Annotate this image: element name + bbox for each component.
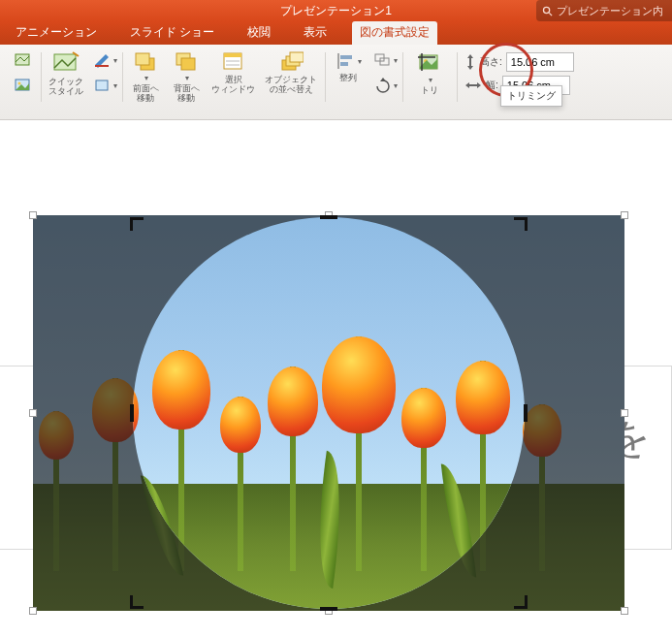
group-crop: ▾ トリ	[402, 48, 457, 119]
rotate-icon	[373, 78, 393, 93]
quick-style-button[interactable]: クイック スタイル	[45, 48, 87, 99]
crop-tooltip: トリミング	[500, 85, 562, 107]
height-input[interactable]	[506, 52, 574, 72]
remove-background-icon	[14, 51, 33, 69]
search-placeholder: プレゼンテーション内	[557, 0, 663, 21]
picture-object[interactable]	[33, 215, 624, 611]
quick-style-icon	[51, 50, 80, 76]
crop-handle[interactable]	[320, 607, 337, 611]
send-backward-icon	[174, 50, 199, 74]
send-backward-button[interactable]: ▾ 背面へ 移動	[167, 48, 206, 106]
ribbon: クイック スタイル ▾ ▾ ▾ 前面へ 移動 ▾ 背面へ 移動	[0, 45, 672, 120]
svg-rect-20	[340, 55, 352, 59]
group-adjust	[6, 48, 41, 119]
reorder-label: オブジェクト の並べ替え	[265, 76, 317, 95]
tab-review[interactable]: 校閲	[240, 21, 278, 45]
selection-handle[interactable]	[29, 211, 37, 219]
crop-handle[interactable]	[130, 404, 134, 422]
window-title: プレゼンテーション1	[280, 4, 392, 17]
picture-effects-button[interactable]: ▾	[91, 74, 118, 97]
pen-icon	[93, 52, 112, 68]
svg-point-0	[543, 7, 549, 13]
tab-animation[interactable]: アニメーション	[8, 21, 105, 45]
svg-rect-18	[290, 52, 304, 62]
selection-pane-icon	[221, 50, 246, 74]
selection-handle[interactable]	[621, 409, 628, 417]
remove-background-button[interactable]	[10, 48, 37, 72]
picture-icon	[14, 77, 33, 94]
bring-forward-icon	[133, 50, 158, 74]
svg-line-1	[549, 13, 552, 16]
selection-pane-label: 選択 ウィンドウ	[211, 76, 255, 95]
group-styles: クイック スタイル ▾ ▾	[41, 48, 122, 119]
crop-handle[interactable]	[514, 595, 528, 609]
reorder-icon	[278, 50, 304, 74]
selection-handle[interactable]	[29, 607, 37, 615]
group-icon	[373, 52, 393, 68]
crop-handle[interactable]	[524, 404, 528, 422]
svg-rect-9	[136, 53, 149, 65]
svg-rect-13	[224, 53, 241, 57]
corrections-button[interactable]	[10, 74, 37, 97]
search-icon	[542, 6, 553, 16]
group-size: 高さ: 幅:	[457, 48, 578, 119]
width-icon	[464, 80, 482, 91]
ribbon-tabs: アニメーション スライド ショー 校閲 表示 図の書式設定	[0, 21, 672, 45]
width-label: 幅:	[486, 79, 498, 92]
rotate-button[interactable]: ▾	[371, 74, 399, 97]
selection-handle[interactable]	[621, 211, 628, 219]
bring-forward-label: 前面へ 移動	[133, 84, 159, 104]
crop-handle[interactable]	[514, 217, 528, 231]
group-objects-button[interactable]: ▾	[371, 48, 399, 72]
svg-rect-7	[96, 80, 108, 90]
search-box[interactable]: プレゼンテーション内	[536, 0, 672, 21]
align-label: 整列	[339, 74, 357, 83]
tab-picture-format[interactable]: 図の書式設定	[352, 21, 437, 45]
tab-slideshow[interactable]: スライド ショー	[122, 21, 222, 45]
selection-handle[interactable]	[29, 409, 37, 417]
height-icon	[464, 53, 476, 71]
selection-handle[interactable]	[621, 607, 628, 615]
reorder-button[interactable]: オブジェクト の並べ替え	[261, 48, 321, 97]
group-arrange: ▾ 前面へ 移動 ▾ 背面へ 移動 選択 ウィンドウ オブジェクト の並べ替え	[122, 48, 325, 119]
svg-rect-6	[95, 65, 109, 67]
svg-point-4	[18, 82, 21, 85]
crop-handle[interactable]	[130, 595, 144, 609]
tab-view[interactable]: 表示	[296, 21, 335, 45]
crop-handle[interactable]	[130, 217, 144, 231]
crop-handle[interactable]	[320, 215, 337, 219]
effects-icon	[93, 78, 112, 93]
height-label: 高さ:	[480, 55, 502, 69]
picture-border-button[interactable]: ▾	[91, 48, 118, 72]
send-backward-label: 背面へ 移動	[174, 84, 200, 104]
align-icon	[336, 50, 357, 72]
title-bar: プレゼンテーション1 プレゼンテーション内	[0, 0, 672, 21]
crop-label: トリ	[421, 86, 438, 96]
selection-pane-button[interactable]: 選択 ウィンドウ	[208, 48, 259, 97]
crop-oval-region	[133, 217, 525, 609]
align-button[interactable]: ▾ 整列	[329, 48, 368, 85]
group-align: ▾ 整列 ▾ ▾	[325, 48, 402, 119]
crop-button[interactable]: ▾ トリ	[406, 48, 453, 98]
bring-forward-button[interactable]: ▾ 前面へ 移動	[126, 48, 165, 106]
quick-style-label: クイック スタイル	[48, 78, 83, 97]
crop-icon	[415, 50, 444, 76]
svg-rect-21	[340, 62, 348, 66]
svg-rect-11	[181, 58, 195, 70]
